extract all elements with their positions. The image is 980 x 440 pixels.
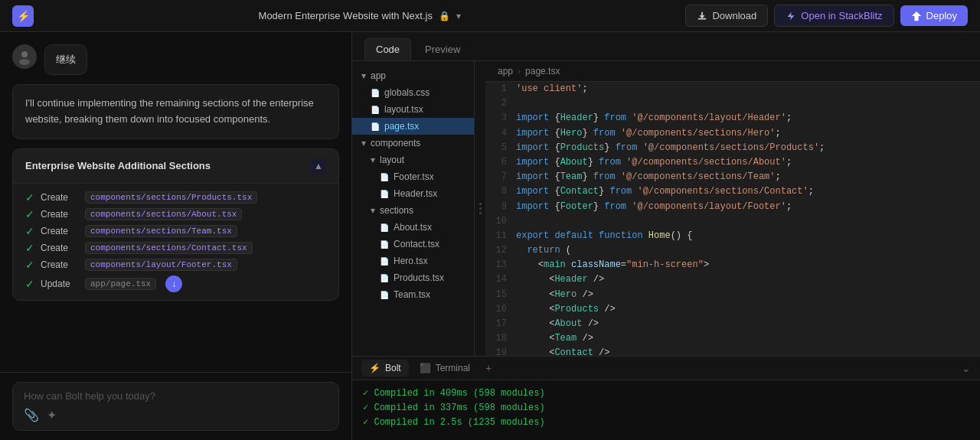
add-terminal-button[interactable]: + <box>481 360 496 376</box>
breadcrumb-app: app <box>498 66 513 77</box>
tree-item-label: Products.tsx <box>394 272 444 283</box>
svg-point-1 <box>19 59 30 65</box>
line-number: 2 <box>485 96 516 111</box>
tree-file-item[interactable]: 📄Contact.tsx <box>352 236 474 253</box>
tab-terminal[interactable]: ⬛ Terminal <box>412 360 478 376</box>
collapse-button[interactable]: ▲ <box>311 158 326 174</box>
file-icon: 📄 <box>380 173 389 181</box>
download-icon <box>697 11 707 21</box>
task-card-title: Enterprise Website Additional Sections <box>25 160 211 171</box>
line-number: 16 <box>485 302 516 317</box>
folder-arrow-icon: ▾ <box>361 70 366 81</box>
tree-folder-item[interactable]: ▾sections <box>352 202 474 219</box>
tree-item-label: globals.css <box>384 87 430 98</box>
input-area: How can Bolt help you today? 📎 ✦ <box>0 372 351 440</box>
tree-file-item[interactable]: 📄About.tsx <box>352 219 474 236</box>
tree-item-label: sections <box>380 205 413 216</box>
task-check-icon: ✓ <box>25 259 34 271</box>
lock-icon: 🔒 <box>439 11 450 21</box>
task-action-label: Create <box>41 192 79 203</box>
code-line: 19 <Contact /> <box>485 346 980 356</box>
folder-arrow-icon: ▾ <box>371 155 375 165</box>
line-code: return ( <box>516 243 586 258</box>
tree-item-label: Header.tsx <box>394 188 437 199</box>
file-icon: 📄 <box>380 291 389 299</box>
line-code: <Hero /> <box>516 288 609 302</box>
resize-handle[interactable] <box>475 61 485 356</box>
terminal-tabs: ⚡ Bolt ⬛ Terminal + ⌄ <box>352 357 980 380</box>
code-line: 12 return ( <box>485 243 980 258</box>
code-line: 2 <box>485 96 980 111</box>
breadcrumb: app › page.tsx <box>485 61 980 82</box>
tree-file-item[interactable]: 📄page.tsx <box>352 118 474 135</box>
tab-preview[interactable]: Preview <box>414 39 471 60</box>
tab-code[interactable]: Code <box>364 38 411 60</box>
task-file-label: components/sections/Team.tsx <box>85 225 237 237</box>
attach-button[interactable]: 📎 <box>24 408 39 422</box>
tree-item-label: components <box>371 138 420 148</box>
folder-arrow-icon: ▾ <box>371 205 375 216</box>
enhance-button[interactable]: ✦ <box>47 408 57 422</box>
line-number: 5 <box>485 141 516 155</box>
task-file-label: components/sections/Contact.tsx <box>85 242 253 254</box>
user-bubble: 继续 <box>44 44 87 75</box>
task-item: ✓Createcomponents/sections/Team.tsx <box>25 225 326 237</box>
tree-file-item[interactable]: 📄layout.tsx <box>352 101 474 118</box>
line-code: import {Footer} from '@/components/layou… <box>516 200 807 214</box>
line-code: import {Header} from '@/components/layou… <box>516 111 807 125</box>
line-code: import {Team} from '@/components/section… <box>516 170 796 184</box>
tree-folder-item[interactable]: ▾components <box>352 135 474 152</box>
line-code: import {Contact} from '@/components/sect… <box>516 184 829 199</box>
tab-bolt[interactable]: ⚡ Bolt <box>361 360 409 376</box>
topbar-right: Download Open in StackBlitz Deploy <box>685 5 968 27</box>
file-icon: 📄 <box>380 274 389 282</box>
expand-terminal-button[interactable]: ⌄ <box>962 362 971 374</box>
line-number: 10 <box>485 214 516 229</box>
code-layout: ▾app📄globals.css📄layout.tsx📄page.tsx▾com… <box>352 61 980 356</box>
stackblitz-button[interactable]: Open in StackBlitz <box>774 5 893 27</box>
task-check-icon: ✓ <box>25 191 34 204</box>
tree-file-item[interactable]: 📄Hero.tsx <box>352 253 474 269</box>
chevron-down-icon[interactable]: ▾ <box>456 11 461 21</box>
tree-item-label: Team.tsx <box>394 289 430 300</box>
task-file-label: components/layout/Footer.tsx <box>85 259 237 271</box>
line-number: 9 <box>485 200 516 214</box>
task-action-label: Create <box>41 226 79 236</box>
code-content[interactable]: 1'use client';23import {Header} from '@/… <box>485 82 980 356</box>
code-line: 8import {Contact} from '@/components/sec… <box>485 184 980 199</box>
tree-item-label: layout <box>380 155 404 165</box>
terminal-line: ✓ Compiled in 337ms (598 modules) <box>363 401 969 416</box>
code-line: 17 <About /> <box>485 317 980 331</box>
code-line: 1'use client'; <box>485 82 980 96</box>
left-panel: 继续 I'll continue implementing the remain… <box>0 32 352 440</box>
tree-file-item[interactable]: 📄Team.tsx <box>352 286 474 303</box>
code-line: 16 <Products /> <box>485 302 980 317</box>
task-action-label: Create <box>41 259 79 270</box>
input-placeholder[interactable]: How can Bolt help you today? <box>24 390 328 402</box>
tree-file-item[interactable]: 📄Footer.tsx <box>352 168 474 185</box>
tree-file-item[interactable]: 📄globals.css <box>352 84 474 101</box>
download-button[interactable]: Download <box>685 5 768 27</box>
user-avatar-icon <box>16 48 33 65</box>
terminal-content: ✓ Compiled in 409ms (598 modules)✓ Compi… <box>352 380 980 440</box>
line-number: 1 <box>485 82 516 96</box>
task-item: ✓Updateapp/page.tsx↓ <box>25 275 326 292</box>
line-number: 7 <box>485 170 516 184</box>
task-card-header[interactable]: Enterprise Website Additional Sections ▲ <box>13 149 338 184</box>
tree-file-item[interactable]: 📄Header.tsx <box>352 185 474 202</box>
line-number: 13 <box>485 258 516 272</box>
task-card: Enterprise Website Additional Sections ▲… <box>12 148 339 301</box>
tree-folder-item[interactable]: ▾app <box>352 67 474 84</box>
file-icon: 📄 <box>380 257 389 266</box>
tree-folder-item[interactable]: ▾layout <box>352 152 474 168</box>
task-update-button[interactable]: ↓ <box>165 275 182 292</box>
user-message-row: 继续 <box>12 44 339 75</box>
deploy-button[interactable]: Deploy <box>900 5 968 26</box>
line-code: <Header /> <box>516 272 619 287</box>
task-check-icon: ✓ <box>25 278 34 290</box>
code-preview-tabs: Code Preview <box>352 32 980 61</box>
code-line: 10 <box>485 214 980 229</box>
right-panel: Code Preview ▾app📄globals.css📄layout.tsx… <box>352 32 980 440</box>
tree-item-label: Hero.tsx <box>394 256 428 266</box>
tree-file-item[interactable]: 📄Products.tsx <box>352 269 474 286</box>
